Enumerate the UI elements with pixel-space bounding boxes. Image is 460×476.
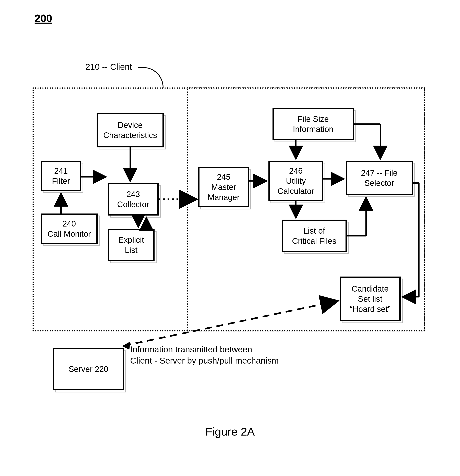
note-line2: Client - Server by push/pull mechanism bbox=[130, 356, 279, 366]
explicit-list-box: Explicit List bbox=[108, 229, 154, 261]
file-selector-box: 247 -- File Selector bbox=[346, 161, 413, 195]
leader-line bbox=[138, 67, 163, 88]
critical-files-box: List of Critical Files bbox=[282, 220, 347, 252]
file-size-info-box: File Size Information bbox=[273, 108, 354, 140]
collector-box: 243Collector bbox=[108, 183, 159, 215]
figure-number: 200 bbox=[34, 12, 52, 24]
client-label: 210 -- Client bbox=[85, 62, 132, 72]
figure-caption: Figure 2A bbox=[0, 425, 460, 438]
call-monitor-box: 240Call Monitor bbox=[41, 213, 98, 244]
server-box: Server 220 bbox=[53, 348, 124, 391]
master-manager-box: 245Master Manager bbox=[198, 167, 249, 207]
note-line1: Information transmitted between bbox=[130, 345, 252, 354]
hoard-set-box: Candidate Set list “Hoard set” bbox=[340, 277, 401, 321]
utility-calculator-box: 246Utility Calculator bbox=[268, 161, 323, 201]
filter-box: 241Filter bbox=[41, 161, 81, 191]
device-characteristics-box: Device Characteristics bbox=[97, 113, 164, 147]
